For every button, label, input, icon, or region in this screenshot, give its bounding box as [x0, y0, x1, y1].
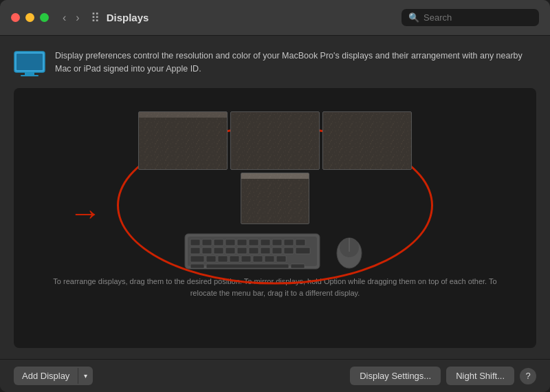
add-display-button[interactable]: Add Display ▾: [14, 367, 93, 385]
svg-rect-3: [21, 75, 38, 76]
night-shift-button[interactable]: Night Shift...: [446, 367, 514, 385]
nav-buttons: ‹ ›: [60, 10, 82, 25]
info-description: Display preferences control the resoluti…: [55, 50, 536, 76]
display-block-1[interactable]: [138, 111, 228, 170]
display-block-3[interactable]: [322, 111, 412, 170]
add-display-dropdown-arrow[interactable]: ▾: [78, 368, 93, 384]
monitor-icon: [14, 51, 45, 77]
grid-icon[interactable]: ⠿: [91, 10, 100, 25]
search-icon: 🔍: [408, 12, 419, 23]
svg-rect-2: [25, 72, 34, 75]
svg-rect-1: [16, 54, 43, 70]
titlebar: ‹ › ⠿ Displays 🔍: [0, 0, 550, 36]
content-area: Display preferences control the resoluti…: [0, 36, 550, 359]
monitors-top-row: [138, 111, 412, 170]
window-title: Displays: [107, 12, 402, 23]
arrow-icon: →: [69, 195, 102, 231]
back-button[interactable]: ‹: [60, 10, 69, 25]
monitors-bottom-row: [241, 173, 309, 224]
bottom-toolbar: Add Display ▾ Display Settings... Night …: [0, 359, 550, 392]
arrow-container: →: [69, 197, 102, 230]
help-button[interactable]: ?: [520, 368, 536, 384]
traffic-lights: [11, 13, 49, 22]
display-arrangement-area[interactable]: →: [14, 88, 536, 348]
close-button[interactable]: [11, 13, 20, 22]
search-input[interactable]: [424, 12, 532, 23]
search-bar[interactable]: 🔍: [402, 9, 539, 26]
display-block-4[interactable]: [241, 173, 309, 224]
add-display-label: Add Display: [14, 367, 78, 385]
info-banner: Display preferences control the resoluti…: [14, 47, 536, 80]
system-preferences-window: ‹ › ⠿ Displays 🔍 Display preferences con…: [0, 0, 550, 392]
display-settings-button[interactable]: Display Settings...: [350, 367, 441, 385]
display-block-2[interactable]: [230, 111, 320, 170]
minimize-button[interactable]: [25, 13, 34, 22]
forward-button[interactable]: ›: [73, 10, 82, 25]
maximize-button[interactable]: [40, 13, 49, 22]
